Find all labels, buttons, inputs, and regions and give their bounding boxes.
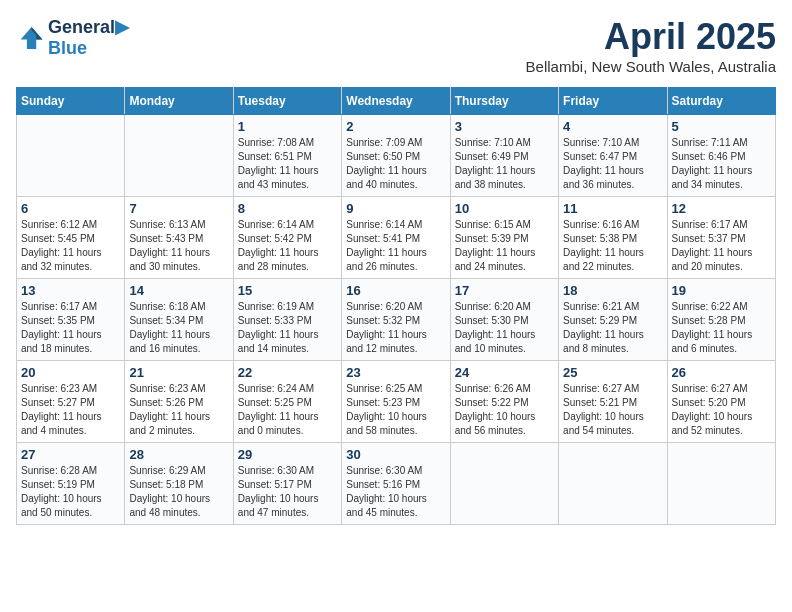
- weekday-header-tuesday: Tuesday: [233, 88, 341, 115]
- calendar-week-row: 27Sunrise: 6:28 AMSunset: 5:19 PMDayligh…: [17, 443, 776, 525]
- logo-text: General▶ Blue: [48, 16, 129, 59]
- calendar-week-row: 20Sunrise: 6:23 AMSunset: 5:27 PMDayligh…: [17, 361, 776, 443]
- weekday-header-saturday: Saturday: [667, 88, 775, 115]
- day-number: 17: [455, 283, 554, 298]
- calendar-day-cell: 15Sunrise: 6:19 AMSunset: 5:33 PMDayligh…: [233, 279, 341, 361]
- calendar-day-cell: 23Sunrise: 6:25 AMSunset: 5:23 PMDayligh…: [342, 361, 450, 443]
- calendar-day-cell: 30Sunrise: 6:30 AMSunset: 5:16 PMDayligh…: [342, 443, 450, 525]
- day-number: 7: [129, 201, 228, 216]
- day-info: Sunrise: 6:18 AMSunset: 5:34 PMDaylight:…: [129, 300, 228, 356]
- day-number: 24: [455, 365, 554, 380]
- calendar-day-cell: 8Sunrise: 6:14 AMSunset: 5:42 PMDaylight…: [233, 197, 341, 279]
- logo-icon: [16, 24, 44, 52]
- calendar-day-cell: 21Sunrise: 6:23 AMSunset: 5:26 PMDayligh…: [125, 361, 233, 443]
- calendar-day-cell: 5Sunrise: 7:11 AMSunset: 6:46 PMDaylight…: [667, 115, 775, 197]
- calendar-week-row: 1Sunrise: 7:08 AMSunset: 6:51 PMDaylight…: [17, 115, 776, 197]
- calendar-day-cell: 19Sunrise: 6:22 AMSunset: 5:28 PMDayligh…: [667, 279, 775, 361]
- calendar-day-cell: 20Sunrise: 6:23 AMSunset: 5:27 PMDayligh…: [17, 361, 125, 443]
- calendar-day-cell: [667, 443, 775, 525]
- day-number: 4: [563, 119, 662, 134]
- weekday-header-sunday: Sunday: [17, 88, 125, 115]
- calendar-day-cell: 27Sunrise: 6:28 AMSunset: 5:19 PMDayligh…: [17, 443, 125, 525]
- day-number: 1: [238, 119, 337, 134]
- day-info: Sunrise: 6:20 AMSunset: 5:30 PMDaylight:…: [455, 300, 554, 356]
- calendar-day-cell: [125, 115, 233, 197]
- day-info: Sunrise: 6:23 AMSunset: 5:27 PMDaylight:…: [21, 382, 120, 438]
- day-info: Sunrise: 6:16 AMSunset: 5:38 PMDaylight:…: [563, 218, 662, 274]
- day-number: 20: [21, 365, 120, 380]
- day-info: Sunrise: 6:17 AMSunset: 5:37 PMDaylight:…: [672, 218, 771, 274]
- day-info: Sunrise: 6:13 AMSunset: 5:43 PMDaylight:…: [129, 218, 228, 274]
- day-info: Sunrise: 6:26 AMSunset: 5:22 PMDaylight:…: [455, 382, 554, 438]
- day-number: 19: [672, 283, 771, 298]
- day-number: 16: [346, 283, 445, 298]
- calendar-day-cell: 22Sunrise: 6:24 AMSunset: 5:25 PMDayligh…: [233, 361, 341, 443]
- day-info: Sunrise: 6:30 AMSunset: 5:16 PMDaylight:…: [346, 464, 445, 520]
- day-info: Sunrise: 6:20 AMSunset: 5:32 PMDaylight:…: [346, 300, 445, 356]
- day-info: Sunrise: 7:10 AMSunset: 6:49 PMDaylight:…: [455, 136, 554, 192]
- calendar-day-cell: 6Sunrise: 6:12 AMSunset: 5:45 PMDaylight…: [17, 197, 125, 279]
- day-number: 26: [672, 365, 771, 380]
- weekday-header-wednesday: Wednesday: [342, 88, 450, 115]
- page-header: General▶ Blue April 2025 Bellambi, New S…: [16, 16, 776, 75]
- day-info: Sunrise: 6:17 AMSunset: 5:35 PMDaylight:…: [21, 300, 120, 356]
- weekday-header-row: SundayMondayTuesdayWednesdayThursdayFrid…: [17, 88, 776, 115]
- day-info: Sunrise: 6:14 AMSunset: 5:41 PMDaylight:…: [346, 218, 445, 274]
- day-number: 29: [238, 447, 337, 462]
- day-number: 12: [672, 201, 771, 216]
- calendar-day-cell: [17, 115, 125, 197]
- calendar-day-cell: 26Sunrise: 6:27 AMSunset: 5:20 PMDayligh…: [667, 361, 775, 443]
- day-number: 21: [129, 365, 228, 380]
- day-info: Sunrise: 7:11 AMSunset: 6:46 PMDaylight:…: [672, 136, 771, 192]
- day-info: Sunrise: 6:30 AMSunset: 5:17 PMDaylight:…: [238, 464, 337, 520]
- calendar-day-cell: 25Sunrise: 6:27 AMSunset: 5:21 PMDayligh…: [559, 361, 667, 443]
- calendar-day-cell: 3Sunrise: 7:10 AMSunset: 6:49 PMDaylight…: [450, 115, 558, 197]
- day-number: 14: [129, 283, 228, 298]
- day-info: Sunrise: 6:29 AMSunset: 5:18 PMDaylight:…: [129, 464, 228, 520]
- calendar-day-cell: 29Sunrise: 6:30 AMSunset: 5:17 PMDayligh…: [233, 443, 341, 525]
- weekday-header-monday: Monday: [125, 88, 233, 115]
- calendar-day-cell: 28Sunrise: 6:29 AMSunset: 5:18 PMDayligh…: [125, 443, 233, 525]
- day-info: Sunrise: 6:28 AMSunset: 5:19 PMDaylight:…: [21, 464, 120, 520]
- day-info: Sunrise: 6:23 AMSunset: 5:26 PMDaylight:…: [129, 382, 228, 438]
- month-title: April 2025: [526, 16, 776, 58]
- calendar-day-cell: 4Sunrise: 7:10 AMSunset: 6:47 PMDaylight…: [559, 115, 667, 197]
- weekday-header-friday: Friday: [559, 88, 667, 115]
- day-number: 15: [238, 283, 337, 298]
- calendar-week-row: 13Sunrise: 6:17 AMSunset: 5:35 PMDayligh…: [17, 279, 776, 361]
- day-info: Sunrise: 6:21 AMSunset: 5:29 PMDaylight:…: [563, 300, 662, 356]
- weekday-header-thursday: Thursday: [450, 88, 558, 115]
- calendar-day-cell: 1Sunrise: 7:08 AMSunset: 6:51 PMDaylight…: [233, 115, 341, 197]
- calendar-day-cell: 18Sunrise: 6:21 AMSunset: 5:29 PMDayligh…: [559, 279, 667, 361]
- day-number: 27: [21, 447, 120, 462]
- calendar-day-cell: 16Sunrise: 6:20 AMSunset: 5:32 PMDayligh…: [342, 279, 450, 361]
- logo: General▶ Blue: [16, 16, 129, 59]
- location-subtitle: Bellambi, New South Wales, Australia: [526, 58, 776, 75]
- day-number: 23: [346, 365, 445, 380]
- calendar-day-cell: [559, 443, 667, 525]
- day-info: Sunrise: 6:14 AMSunset: 5:42 PMDaylight:…: [238, 218, 337, 274]
- day-number: 5: [672, 119, 771, 134]
- day-info: Sunrise: 6:25 AMSunset: 5:23 PMDaylight:…: [346, 382, 445, 438]
- calendar-day-cell: 9Sunrise: 6:14 AMSunset: 5:41 PMDaylight…: [342, 197, 450, 279]
- calendar-day-cell: [450, 443, 558, 525]
- day-number: 13: [21, 283, 120, 298]
- day-number: 6: [21, 201, 120, 216]
- calendar-day-cell: 11Sunrise: 6:16 AMSunset: 5:38 PMDayligh…: [559, 197, 667, 279]
- day-number: 28: [129, 447, 228, 462]
- day-info: Sunrise: 7:10 AMSunset: 6:47 PMDaylight:…: [563, 136, 662, 192]
- day-info: Sunrise: 6:22 AMSunset: 5:28 PMDaylight:…: [672, 300, 771, 356]
- day-number: 3: [455, 119, 554, 134]
- calendar-day-cell: 7Sunrise: 6:13 AMSunset: 5:43 PMDaylight…: [125, 197, 233, 279]
- day-info: Sunrise: 7:09 AMSunset: 6:50 PMDaylight:…: [346, 136, 445, 192]
- calendar-day-cell: 12Sunrise: 6:17 AMSunset: 5:37 PMDayligh…: [667, 197, 775, 279]
- day-number: 11: [563, 201, 662, 216]
- day-number: 30: [346, 447, 445, 462]
- calendar-week-row: 6Sunrise: 6:12 AMSunset: 5:45 PMDaylight…: [17, 197, 776, 279]
- day-info: Sunrise: 7:08 AMSunset: 6:51 PMDaylight:…: [238, 136, 337, 192]
- calendar-day-cell: 10Sunrise: 6:15 AMSunset: 5:39 PMDayligh…: [450, 197, 558, 279]
- calendar-day-cell: 24Sunrise: 6:26 AMSunset: 5:22 PMDayligh…: [450, 361, 558, 443]
- day-info: Sunrise: 6:27 AMSunset: 5:21 PMDaylight:…: [563, 382, 662, 438]
- calendar-day-cell: 13Sunrise: 6:17 AMSunset: 5:35 PMDayligh…: [17, 279, 125, 361]
- day-info: Sunrise: 6:27 AMSunset: 5:20 PMDaylight:…: [672, 382, 771, 438]
